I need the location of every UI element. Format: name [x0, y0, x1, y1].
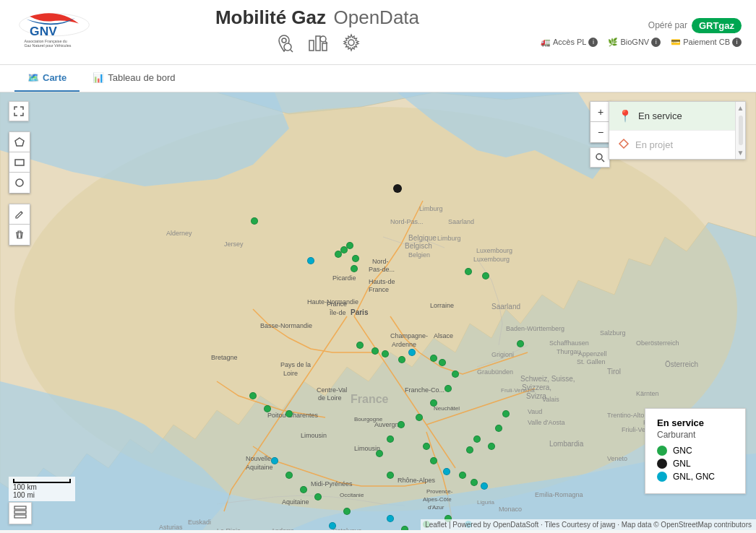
map-pin-icon[interactable]	[274, 33, 294, 58]
station-dot[interactable]	[444, 385, 452, 392]
svg-text:Liguria: Liguria	[477, 499, 495, 506]
filter-scroll-down[interactable]: ▼	[735, 147, 747, 159]
svg-rect-9	[322, 43, 327, 51]
station-dot[interactable]	[371, 347, 379, 355]
chart-icon[interactable]	[307, 33, 329, 58]
filter-scrollbar[interactable]: ▲ ▼	[735, 102, 745, 159]
layer-switcher[interactable]	[9, 502, 32, 524]
station-dot[interactable]	[459, 472, 466, 479]
station-dot[interactable]	[351, 265, 358, 272]
svg-text:Alsace: Alsace	[434, 332, 453, 339]
map-container[interactable]: Paris Auvergne Pays de la Loire Centre-V…	[0, 92, 756, 530]
station-dot[interactable]	[264, 405, 271, 412]
station-dot[interactable]	[416, 414, 423, 421]
svg-text:Neuchâtel: Neuchâtel	[434, 405, 460, 412]
map-controls-left	[9, 101, 30, 246]
station-dot[interactable]	[356, 342, 364, 349]
pin-icon: 📍	[618, 109, 632, 123]
svg-text:Jersey: Jersey	[224, 240, 244, 248]
station-dot[interactable]	[346, 242, 353, 249]
rectangle-draw-button[interactable]	[9, 152, 30, 173]
station-dot[interactable]	[393, 184, 402, 193]
station-dot[interactable]	[430, 355, 437, 362]
station-dot[interactable]	[249, 392, 257, 399]
station-dot[interactable]	[471, 479, 478, 486]
fullscreen-button[interactable]	[9, 101, 29, 121]
svg-text:Limousin: Limousin	[301, 432, 327, 439]
polygon-draw-button[interactable]	[9, 132, 30, 152]
station-dot[interactable]	[423, 443, 430, 450]
station-dot[interactable]	[517, 340, 524, 347]
station-dot[interactable]	[352, 255, 359, 262]
station-dot[interactable]	[387, 436, 394, 443]
paiement-cb-info-icon[interactable]: i	[732, 38, 742, 47]
delete-button[interactable]	[9, 225, 30, 245]
gear-icon[interactable]	[342, 33, 361, 58]
station-dot[interactable]	[300, 486, 307, 493]
svg-point-10	[320, 36, 326, 42]
station-dot[interactable]	[430, 457, 437, 464]
station-dot[interactable]	[502, 410, 510, 417]
station-dot[interactable]	[251, 217, 258, 225]
svg-text:Aquitaine: Aquitaine	[246, 464, 273, 471]
station-dot[interactable]	[343, 508, 351, 515]
filter-scroll-up[interactable]: ▲	[735, 102, 747, 114]
gnv-logo: GNV Association Française du Gaz Naturel…	[14, 11, 94, 54]
station-dot[interactable]	[473, 436, 481, 443]
circle-draw-button[interactable]	[9, 173, 30, 193]
biognv-link[interactable]: 🌿 BioGNV i	[608, 38, 661, 47]
gnl-gnc-color	[657, 472, 667, 482]
svg-text:Pas-de...: Pas-de...	[369, 266, 395, 273]
search-map-button[interactable]	[590, 147, 610, 168]
svg-point-12	[348, 40, 354, 46]
station-dot[interactable]	[430, 399, 437, 407]
station-dot[interactable]	[314, 493, 322, 500]
station-dot[interactable]	[285, 410, 293, 417]
layer-switcher-button[interactable]	[9, 502, 32, 524]
svg-text:Österreich: Österreich	[665, 360, 698, 368]
tab-carte[interactable]: 🗺️ Carte	[14, 65, 80, 92]
svg-text:Nouvelle-: Nouvelle-	[246, 455, 273, 462]
station-dot[interactable]	[376, 450, 383, 457]
station-dot[interactable]	[329, 522, 336, 529]
scale-bar: 100 km 100 mi	[9, 477, 75, 501]
zoom-out-button[interactable]: −	[590, 122, 611, 142]
station-dot[interactable]	[452, 370, 459, 378]
station-dot[interactable]	[482, 272, 489, 280]
station-dot[interactable]	[398, 421, 405, 428]
en-projet-filter[interactable]: En projet	[609, 131, 745, 159]
station-dot[interactable]	[465, 268, 472, 275]
station-dot[interactable]	[439, 359, 446, 366]
svg-text:de Loire: de Loire	[318, 394, 342, 402]
page-title: Mobilité Gaz OpenData	[215, 6, 419, 29]
station-dot[interactable]	[285, 472, 293, 479]
station-dot[interactable]	[408, 349, 416, 356]
paiement-cb-link[interactable]: 💳 Paiement CB i	[671, 38, 742, 47]
svg-text:Picardie: Picardie	[332, 274, 356, 282]
station-dot[interactable]	[495, 425, 502, 432]
tab-tableau-de-bord[interactable]: 📊 Tableau de bord	[80, 65, 188, 92]
edit-button[interactable]	[9, 204, 30, 225]
svg-rect-102	[14, 506, 26, 509]
station-dot[interactable]	[443, 468, 450, 475]
zoom-in-button[interactable]: +	[590, 102, 611, 122]
station-dot[interactable]	[488, 443, 495, 450]
biognv-info-icon[interactable]: i	[651, 38, 661, 47]
acces-pl-info-icon[interactable]: i	[588, 38, 598, 47]
svg-text:France: France	[351, 393, 389, 405]
station-dot[interactable]	[387, 472, 394, 479]
svg-text:Ardenne: Ardenne	[392, 341, 416, 348]
station-dot[interactable]	[398, 356, 405, 363]
acces-pl-link[interactable]: 🚛 Accès PL i	[541, 38, 598, 47]
svg-text:Tirol: Tirol	[607, 368, 621, 376]
station-dot[interactable]	[382, 350, 389, 358]
svg-text:Vaud: Vaud	[528, 408, 542, 415]
station-dot[interactable]	[271, 457, 278, 464]
station-dot[interactable]	[481, 482, 488, 490]
gnl-color	[657, 459, 667, 469]
station-dot[interactable]	[307, 257, 314, 264]
station-dot[interactable]	[466, 446, 473, 454]
station-dot[interactable]	[387, 515, 394, 522]
station-dot[interactable]	[401, 526, 408, 530]
en-service-filter[interactable]: 📍 En service	[609, 102, 745, 130]
